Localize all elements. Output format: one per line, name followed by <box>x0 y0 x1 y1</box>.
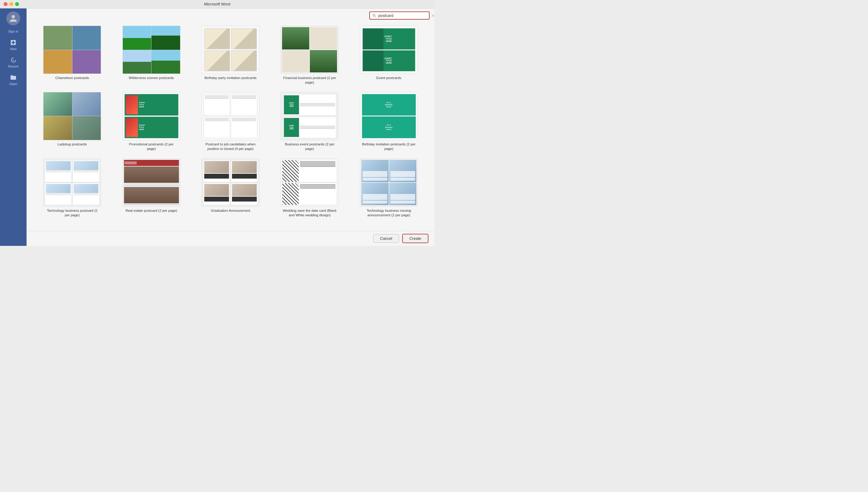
template-item-ladybug[interactable]: Ladybug postcards <box>35 92 108 151</box>
template-thumb-birthday-party <box>201 26 259 74</box>
template-item-real-estate[interactable]: Real estate postcard (2 per page) <box>115 158 188 218</box>
thumbnail-birthday <box>202 26 259 74</box>
template-item-chameleon[interactable]: Chameleon postcards <box>35 26 108 85</box>
avatar <box>6 11 20 25</box>
template-thumb-wedding <box>280 158 339 207</box>
close-button[interactable] <box>4 2 7 6</box>
thumbnail-job <box>202 92 259 140</box>
thumbnail-realestate <box>123 159 180 206</box>
template-thumb-biz-event: EVENTTITLEHERE EVENTTITLEHERE <box>280 92 339 140</box>
open-icon <box>10 74 17 81</box>
create-button[interactable]: Create <box>402 234 428 243</box>
signin-label: Sign in <box>8 29 18 33</box>
template-thumb-tech-moving <box>360 158 418 207</box>
template-label-tech-biz: Technology business postcard (2 per page… <box>45 208 99 218</box>
open-label: Open <box>9 82 18 86</box>
new-label: New <box>10 47 17 51</box>
titlebar-buttons <box>4 2 19 6</box>
template-label-biz-event: Business event postcards (2 per page) <box>282 142 337 151</box>
template-label-financial: Financial business postcard (2 per page) <box>282 76 337 85</box>
template-label-wilderness: Wilderness scenes postcards <box>129 76 174 80</box>
sidebar-item-open[interactable]: Open <box>0 71 27 89</box>
template-item-event-postcards[interactable]: EVENTTITLEHERE EVENTTITLEHERE Event post… <box>352 26 425 85</box>
template-item-tech-biz[interactable]: Technology business postcard (2 per page… <box>35 158 108 218</box>
recent-icon <box>10 57 17 63</box>
template-label-real-estate: Real estate postcard (2 per page) <box>125 208 177 213</box>
template-label-promo: Promotional postcards (2 per page) <box>124 142 179 151</box>
user-icon <box>9 14 18 23</box>
template-label-tech-moving: Technology business moving announcement … <box>362 208 416 218</box>
template-label-graduation: Graduation Annoucement <box>211 208 250 213</box>
thumbnail-wilderness <box>123 26 180 74</box>
template-label-job-candidates: Postcard to job candidates when position… <box>203 142 258 151</box>
search-box <box>369 11 430 20</box>
recent-label: Recent <box>8 65 19 68</box>
template-item-wilderness[interactable]: Wilderness scenes postcards <box>115 26 188 85</box>
template-item-promo[interactable]: EVENTTITLEHERE EVENTTITLEHERE Promotiona… <box>115 92 188 151</box>
thumbnail-wedding <box>281 159 338 206</box>
template-thumb-wilderness <box>123 26 180 74</box>
template-thumb-tech-biz <box>43 158 101 207</box>
thumbnail-promo: EVENTTITLEHERE EVENTTITLEHERE <box>123 92 180 140</box>
minimize-button[interactable] <box>9 2 13 6</box>
template-thumb-bday-inv: It's aBirthdayParty! It's aBirthdayParty… <box>360 92 418 140</box>
template-label-ladybug: Ladybug postcards <box>58 142 87 147</box>
template-item-tech-moving[interactable]: Technology business moving announcement … <box>352 158 425 218</box>
template-thumb-financial <box>280 26 339 74</box>
template-label-chameleon: Chameleon postcards <box>55 76 89 80</box>
sidebar-item-signin[interactable]: Sign in <box>0 27 27 36</box>
template-item-biz-event[interactable]: EVENTTITLEHERE EVENTTITLEHERE Business e… <box>273 92 346 151</box>
maximize-button[interactable] <box>15 2 19 6</box>
sidebar: Sign in New Recent Open <box>0 8 27 246</box>
template-item-job-candidates[interactable]: Postcard to job candidates when position… <box>194 92 267 151</box>
search-clear-button[interactable] <box>431 14 435 18</box>
titlebar: Microsoft Word <box>0 0 435 8</box>
sidebar-item-recent[interactable]: Recent <box>0 54 27 71</box>
template-thumb-ladybug <box>43 92 101 140</box>
thumbnail-biz-event: EVENTTITLEHERE EVENTTITLEHERE <box>281 92 338 140</box>
template-label-event-postcards: Event postcards <box>376 76 401 80</box>
thumbnail-chameleon <box>44 26 101 74</box>
template-item-wedding[interactable]: Wedding save the date card (Black and Wh… <box>273 158 346 218</box>
template-thumb-real-estate <box>123 158 180 207</box>
cancel-button[interactable]: Cancel <box>373 234 399 243</box>
template-thumb-promo: EVENTTITLEHERE EVENTTITLEHERE <box>123 92 180 140</box>
thumbnail-bday-inv: It's aBirthdayParty! It's aBirthdayParty… <box>360 92 418 140</box>
thumbnail-graduation <box>202 159 259 206</box>
thumbnail-tech-moving <box>360 159 418 206</box>
thumbnail-tech <box>44 159 101 206</box>
main-content: Chameleon postcards Wilderness scenes po… <box>27 8 435 246</box>
thumbnail-event-postcard: EVENTTITLEHERE EVENTTITLEHERE <box>360 26 418 74</box>
new-icon <box>10 39 17 46</box>
template-grid: Chameleon postcards Wilderness scenes po… <box>27 23 435 231</box>
template-thumb-graduation <box>201 158 259 207</box>
template-thumb-chameleon <box>43 26 101 74</box>
top-bar <box>27 8 435 23</box>
thumbnail-ladybug <box>44 92 101 140</box>
thumbnail-financial <box>281 26 338 74</box>
template-item-birthday-party[interactable]: Birthday party invitation postcards <box>194 26 267 85</box>
template-label-birthday-party: Birthday party invitation postcards <box>204 76 257 80</box>
template-item-financial[interactable]: Financial business postcard (2 per page) <box>273 26 346 85</box>
template-label-bday-inv: Birthday invitation postcards (2 per pag… <box>362 142 416 151</box>
template-item-graduation[interactable]: Graduation Annoucement <box>194 158 267 218</box>
template-item-bday-inv[interactable]: It's aBirthdayParty! It's aBirthdayParty… <box>352 92 425 151</box>
app-body: Sign in New Recent Open <box>0 8 435 246</box>
bottom-bar: Cancel Create <box>27 231 435 246</box>
window-title: Microsoft Word <box>204 2 230 6</box>
template-thumb-event-postcards: EVENTTITLEHERE EVENTTITLEHERE <box>360 26 418 74</box>
template-label-wedding: Wedding save the date card (Black and Wh… <box>282 208 337 218</box>
template-thumb-job-candidates <box>201 92 259 140</box>
sidebar-item-new[interactable]: New <box>0 36 27 54</box>
search-input[interactable] <box>378 13 429 18</box>
clear-icon <box>431 14 435 18</box>
search-icon <box>372 14 376 18</box>
